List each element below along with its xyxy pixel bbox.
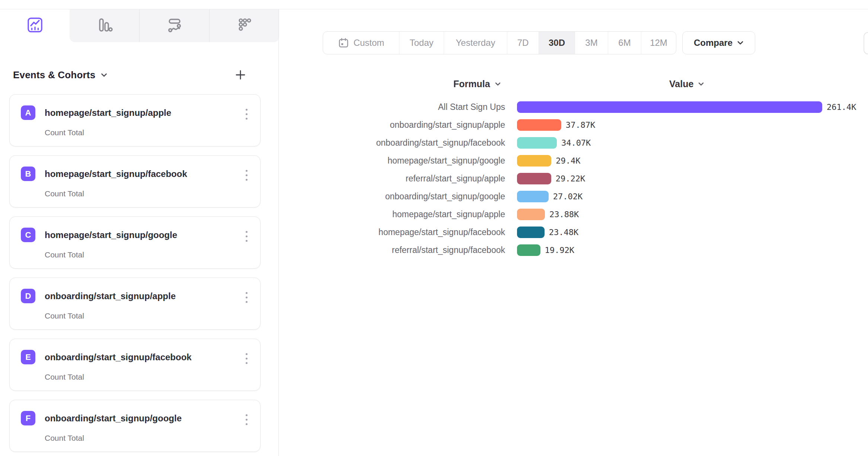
chevron-down-icon — [100, 73, 108, 77]
add-event-button[interactable] — [232, 67, 249, 83]
event-metric[interactable]: Count Total — [45, 189, 84, 198]
bar[interactable] — [517, 191, 549, 202]
range-12m[interactable]: 12M — [641, 32, 676, 54]
event-card-b[interactable]: B homepage/start_signup/facebook Count T… — [9, 155, 261, 208]
series-badge: F — [21, 411, 35, 425]
range-today[interactable]: Today — [399, 32, 444, 54]
events-cohorts-title[interactable]: Events & Cohorts — [13, 69, 95, 81]
bar[interactable] — [517, 119, 561, 131]
series-label: homepage/start_signup/facebook — [278, 227, 505, 237]
kebab-menu-icon[interactable] — [242, 168, 250, 183]
value-column-header[interactable]: Value — [669, 79, 704, 89]
tab-retention[interactable] — [209, 9, 279, 42]
kebab-menu-icon[interactable] — [242, 229, 250, 244]
bar-row: All Start Sign Ups 261.4K — [278, 98, 856, 116]
series-label: homepage/start_signup/google — [278, 156, 505, 166]
series-badge: E — [21, 350, 35, 364]
series-label: onboarding/start_signup/google — [278, 191, 505, 202]
bar[interactable] — [517, 101, 822, 113]
compare-label: Compare — [694, 38, 733, 48]
kebab-menu-icon[interactable] — [242, 290, 250, 305]
bar[interactable] — [517, 209, 545, 220]
event-name[interactable]: homepage/start_signup/facebook — [45, 169, 187, 179]
chart-type-tabs — [0, 9, 279, 42]
bar-value: 29.4K — [556, 156, 580, 165]
range-label: 3M — [585, 38, 597, 48]
event-metric[interactable]: Count Total — [45, 434, 84, 443]
bar-value: 261.4K — [827, 102, 856, 112]
range-3m[interactable]: 3M — [575, 32, 608, 54]
insights-report-page: Events & Cohorts A homepage/start_signup… — [0, 0, 868, 456]
chevron-down-icon — [737, 41, 744, 45]
event-card-c[interactable]: C homepage/start_signup/google Count Tot… — [9, 216, 261, 269]
event-name[interactable]: homepage/start_signup/google — [45, 230, 177, 240]
bar[interactable] — [517, 137, 557, 149]
range-7d[interactable]: 7D — [507, 32, 539, 54]
insights-line-chart-icon — [27, 17, 43, 35]
bar-value: 23.88K — [549, 210, 579, 219]
event-name[interactable]: onboarding/start_signup/google — [45, 413, 182, 424]
range-label: 6M — [618, 38, 631, 48]
range-30d[interactable]: 30D — [539, 32, 575, 54]
bar-row: homepage/start_signup/google 29.4K — [278, 152, 856, 170]
bar[interactable] — [517, 244, 540, 256]
range-label: 12M — [650, 38, 667, 48]
series-badge: D — [21, 289, 35, 303]
tab-funnel-bar-chart[interactable] — [70, 9, 139, 42]
kebab-menu-icon[interactable] — [242, 351, 250, 366]
flows-icon — [166, 17, 183, 35]
bar-row: onboarding/start_signup/facebook 34.07K — [278, 134, 856, 152]
range-label: Yesterday — [456, 38, 495, 48]
series-label: referral/start_signup/apple — [278, 174, 505, 184]
event-metric[interactable]: Count Total — [45, 250, 84, 259]
event-card-e[interactable]: E onboarding/start_signup/facebook Count… — [9, 339, 261, 391]
formula-column-header[interactable]: Formula — [453, 79, 501, 89]
bar[interactable] — [517, 155, 551, 167]
cut-off-button[interactable] — [864, 32, 868, 54]
range-label: 7D — [517, 38, 529, 48]
series-label: homepage/start_signup/apple — [278, 209, 505, 219]
tab-insights-line-chart[interactable] — [0, 9, 70, 42]
bar-value: 37.87K — [566, 120, 595, 130]
bar-value: 29.22K — [556, 174, 585, 183]
event-name[interactable]: onboarding/start_signup/facebook — [45, 352, 192, 362]
chevron-down-icon — [495, 82, 501, 86]
bar-value: 27.02K — [553, 192, 583, 201]
range-yesterday[interactable]: Yesterday — [444, 32, 507, 54]
event-name[interactable]: homepage/start_signup/apple — [45, 108, 171, 118]
inactive-tab-group — [70, 9, 279, 42]
bar-row: homepage/start_signup/facebook 23.48K — [278, 223, 856, 241]
series-label: referral/start_signup/facebook — [278, 245, 505, 255]
chevron-down-icon — [698, 82, 704, 86]
event-card-f[interactable]: F onboarding/start_signup/google Count T… — [9, 400, 261, 452]
retention-dots-icon — [236, 17, 253, 35]
bar[interactable] — [517, 173, 551, 184]
formula-header-label: Formula — [453, 79, 490, 89]
event-metric[interactable]: Count Total — [45, 128, 84, 137]
event-card-d[interactable]: D onboarding/start_signup/apple Count To… — [9, 278, 261, 330]
tab-flows[interactable] — [139, 9, 209, 42]
range-6m[interactable]: 6M — [608, 32, 641, 54]
range-custom[interactable]: Custom — [323, 32, 399, 54]
event-card-a[interactable]: A homepage/start_signup/apple Count Tota… — [9, 94, 261, 146]
series-label: All Start Sign Ups — [278, 102, 505, 112]
calendar-icon — [338, 37, 349, 48]
bar[interactable] — [517, 227, 545, 238]
value-header-label: Value — [669, 79, 693, 89]
series-badge: A — [21, 105, 35, 120]
event-metric[interactable]: Count Total — [45, 373, 84, 381]
kebab-menu-icon[interactable] — [242, 412, 250, 427]
event-name[interactable]: onboarding/start_signup/apple — [45, 291, 176, 301]
bar-value: 34.07K — [561, 138, 591, 148]
range-label: Custom — [354, 38, 384, 48]
kebab-menu-icon[interactable] — [242, 107, 250, 121]
bar-row: onboarding/start_signup/apple 37.87K — [278, 116, 856, 134]
series-badge: C — [21, 228, 35, 242]
compare-button[interactable]: Compare — [682, 31, 755, 54]
event-metric[interactable]: Count Total — [45, 311, 84, 320]
bar-row: homepage/start_signup/apple 23.88K — [278, 205, 856, 223]
events-cohorts-header: Events & Cohorts — [13, 66, 249, 84]
funnel-bars-icon — [96, 17, 113, 35]
range-label: 30D — [549, 38, 565, 48]
bar-value: 19.92K — [545, 246, 574, 255]
